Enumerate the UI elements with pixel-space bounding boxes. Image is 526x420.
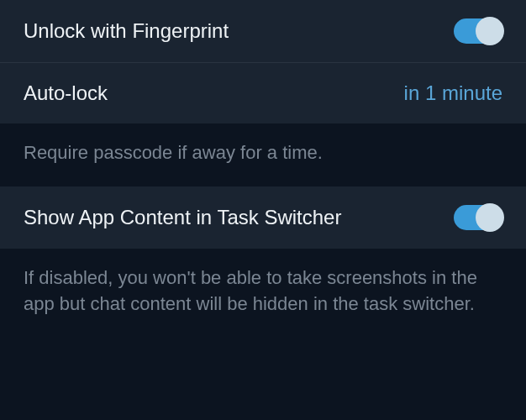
toggle-knob-icon <box>476 203 504 232</box>
task-switcher-description: If disabled, you won't be able to take s… <box>0 249 526 338</box>
autolock-row[interactable]: Auto-lock in 1 minute <box>0 63 526 123</box>
autolock-description: Require passcode if away for a time. <box>0 123 526 186</box>
task-switcher-label: Show App Content in Task Switcher <box>24 206 341 229</box>
unlock-fingerprint-toggle[interactable] <box>454 18 502 44</box>
task-switcher-toggle[interactable] <box>454 205 502 230</box>
toggle-knob-icon <box>476 17 504 45</box>
task-switcher-row[interactable]: Show App Content in Task Switcher <box>0 186 526 249</box>
autolock-value: in 1 minute <box>404 81 502 105</box>
autolock-label: Auto-lock <box>24 81 108 105</box>
unlock-fingerprint-label: Unlock with Fingerprint <box>24 19 229 43</box>
unlock-fingerprint-row[interactable]: Unlock with Fingerprint <box>0 0 526 63</box>
